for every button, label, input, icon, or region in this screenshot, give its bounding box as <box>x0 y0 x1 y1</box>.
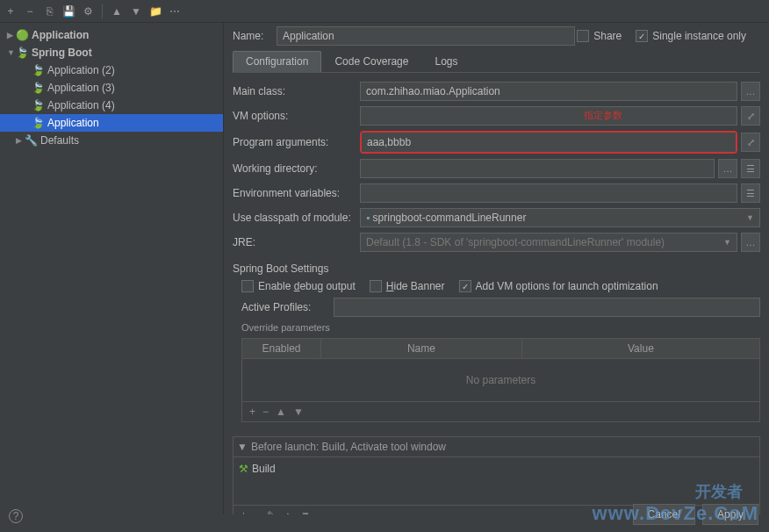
name-label: Name: <box>233 30 277 42</box>
tree-label: Defaults <box>40 134 79 147</box>
config-panel: Name: Share Single instance only Configu… <box>224 23 769 514</box>
tree-label: Application (4) <box>47 99 115 111</box>
sidebar: ▶ 🟢 Application ▼ 🍃 Spring Boot 🍃 Applic… <box>0 23 224 514</box>
vm-options-input[interactable] <box>360 106 737 126</box>
env-vars-label: Environment variables: <box>233 187 360 199</box>
add-icon[interactable]: + <box>249 406 255 418</box>
single-instance-checkbox[interactable]: Single instance only <box>636 30 746 42</box>
browse-button[interactable]: … <box>718 159 737 178</box>
build-icon: ⚒ <box>239 463 248 475</box>
cancel-button[interactable]: Cancel <box>633 504 695 525</box>
active-profiles-label: Active Profiles: <box>241 301 334 313</box>
remove-icon[interactable]: − <box>23 4 37 18</box>
spring-icon: 🍃 <box>32 82 44 94</box>
add-icon[interactable]: + <box>4 4 18 18</box>
hide-banner-checkbox[interactable]: Hide Banner <box>370 280 445 292</box>
tree-label: Application <box>47 117 99 129</box>
list-button[interactable]: ☰ <box>741 183 760 203</box>
expand-button[interactable]: ⤢ <box>741 133 760 152</box>
app-icon: 🟢 <box>16 29 28 41</box>
before-launch-title: Before launch: Build, Activate tool wind… <box>251 441 446 453</box>
active-profiles-input[interactable] <box>334 298 760 317</box>
th-enabled: Enabled <box>242 339 321 358</box>
help-icon[interactable]: ? <box>9 509 23 523</box>
tree-label: Application (3) <box>47 82 115 94</box>
browse-button[interactable]: … <box>741 82 760 101</box>
vm-launch-checkbox[interactable]: Add VM options for launch optimization <box>459 280 658 292</box>
remove-icon[interactable]: − <box>262 406 269 418</box>
add-icon[interactable]: + <box>241 509 247 514</box>
collapse-icon[interactable]: ▼ <box>237 441 248 453</box>
spring-icon: 🍃 <box>32 99 44 111</box>
down-icon[interactable]: ▼ <box>300 509 311 514</box>
remove-icon[interactable]: − <box>254 509 260 514</box>
tab-code-coverage[interactable]: Code Coverage <box>321 51 421 72</box>
share-checkbox[interactable]: Share <box>577 30 622 42</box>
working-dir-input[interactable] <box>360 159 715 178</box>
save-icon[interactable]: 💾 <box>61 4 75 18</box>
chevron-down-icon: ▼ <box>723 238 731 247</box>
apply-button[interactable]: Apply <box>702 504 758 525</box>
edit-icon[interactable]: ✎ <box>267 509 276 514</box>
down-icon[interactable]: ▼ <box>129 4 143 18</box>
jre-dropdown[interactable]: Default (1.8 - SDK of 'springboot-comman… <box>360 233 737 252</box>
chevron-down-icon: ▼ <box>746 213 754 222</box>
env-vars-input[interactable] <box>360 183 737 203</box>
copy-icon[interactable]: ⎘ <box>42 4 56 18</box>
tree-spring-boot[interactable]: ▼ 🍃 Spring Boot <box>0 44 223 61</box>
separator <box>102 4 103 18</box>
enable-debug-checkbox[interactable]: Enable debug output <box>241 280 356 292</box>
up-icon[interactable]: ▲ <box>110 4 124 18</box>
tree-application-root[interactable]: ▶ 🟢 Application <box>0 26 223 44</box>
tree-label: Spring Boot <box>32 47 92 59</box>
classpath-label: Use classpath of module: <box>233 212 360 224</box>
expand-button[interactable]: ⤢ <box>741 106 760 126</box>
list-button[interactable]: ☰ <box>741 159 760 178</box>
before-launch-section: ▼ Before launch: Build, Activate tool wi… <box>233 436 760 514</box>
annotation-text: 指定参数 <box>584 109 622 122</box>
browse-button[interactable]: … <box>741 233 760 252</box>
spring-icon: 🍃 <box>16 47 28 59</box>
working-dir-label: Working directory: <box>233 162 360 175</box>
tab-logs[interactable]: Logs <box>421 51 471 72</box>
th-value: Value <box>522 339 759 358</box>
folder-icon[interactable]: 📁 <box>148 4 162 18</box>
build-item[interactable]: ⚒ Build <box>237 461 756 477</box>
up-icon[interactable]: ▲ <box>276 406 286 418</box>
tree-defaults[interactable]: ▶ 🔧 Defaults <box>0 132 223 149</box>
tabs: Configuration Code Coverage Logs <box>233 51 760 73</box>
override-params-table: Enabled Name Value No parameters + − ▲ ▼ <box>241 338 760 422</box>
classpath-dropdown[interactable]: ▪ springboot-commandLineRunner ▼ <box>360 208 760 227</box>
settings-icon[interactable]: ⚙ <box>81 4 95 18</box>
th-name: Name <box>321 339 522 358</box>
down-icon[interactable]: ▼ <box>293 406 304 418</box>
tree-item[interactable]: 🍃 Application (4) <box>0 97 223 114</box>
more-icon[interactable]: ⋯ <box>168 4 182 18</box>
up-icon[interactable]: ▲ <box>283 509 293 514</box>
toolbar: + − ⎘ 💾 ⚙ ▲ ▼ 📁 ⋯ <box>0 0 769 23</box>
tree-label: Application <box>32 29 89 41</box>
jre-label: JRE: <box>233 236 360 248</box>
spring-boot-title: Spring Boot Settings <box>233 262 760 275</box>
vm-options-label: VM options: <box>233 110 360 122</box>
main-class-label: Main class: <box>233 85 360 97</box>
program-args-label: Program arguments: <box>233 136 360 148</box>
tree-label: Application (2) <box>47 64 115 76</box>
table-empty: No parameters <box>242 359 759 401</box>
arrow-icon: ▼ <box>7 48 16 57</box>
override-params-label: Override parameters <box>241 322 760 333</box>
wrench-icon: 🔧 <box>25 134 37 147</box>
spring-icon: 🍃 <box>32 64 44 76</box>
spring-icon: 🍃 <box>32 117 44 129</box>
program-args-input[interactable] <box>362 133 736 152</box>
name-input[interactable] <box>277 26 575 46</box>
arrow-icon: ▶ <box>16 136 25 145</box>
arrow-icon: ▶ <box>7 31 16 40</box>
tab-configuration[interactable]: Configuration <box>233 51 321 72</box>
tree-item[interactable]: 🍃 Application (3) <box>0 79 223 97</box>
tree-item[interactable]: 🍃 Application (2) <box>0 61 223 79</box>
tree-item-selected[interactable]: 🍃 Application <box>0 114 223 132</box>
main-class-input[interactable] <box>360 82 737 101</box>
